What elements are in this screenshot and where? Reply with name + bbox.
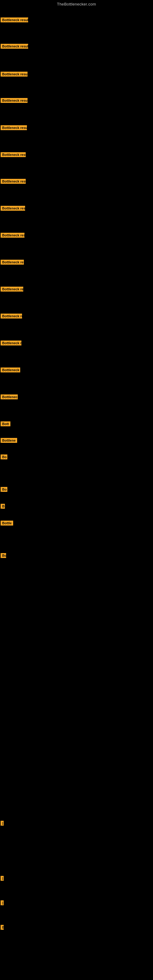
bottleneck-badge-16: Bottlene — [1, 438, 17, 443]
bottleneck-badge-14: Bottlenec — [1, 395, 18, 399]
bottleneck-badge-7: Bottleneck result — [1, 206, 25, 211]
bottleneck-badge-21: Bo — [1, 553, 6, 558]
bottleneck-badge-4: Bottleneck result — [1, 125, 27, 130]
bottleneck-badge-3: Bottleneck result — [1, 98, 27, 103]
bottleneck-badge-17: Bo — [1, 455, 7, 460]
bottleneck-badge-8: Bottleneck resu — [1, 233, 24, 238]
bottleneck-badge-22: | — [1, 821, 4, 826]
bottleneck-badge-6: Bottleneck result — [1, 179, 26, 184]
bottleneck-badge-19: B — [1, 504, 5, 509]
bottleneck-badge-20: Bottle — [1, 520, 13, 525]
bottleneck-badge-11: Bottleneck res — [1, 313, 22, 318]
bottleneck-badge-5: Bottleneck resul — [1, 152, 26, 157]
site-title: TheBottlenecker.com — [0, 0, 153, 8]
bottleneck-badge-12: Bottleneck res — [1, 340, 21, 345]
bottleneck-badge-25: B — [1, 925, 4, 930]
bottleneck-badge-10: Bottleneck res — [1, 286, 23, 291]
bottleneck-badge-24: | — [1, 900, 4, 905]
bottleneck-badge-13: Bottleneck re — [1, 368, 20, 372]
bottleneck-badge-0: Bottleneck result — [1, 18, 28, 22]
bottleneck-badge-23: | — [1, 876, 4, 881]
bottleneck-badge-2: Bottleneck result — [1, 72, 27, 76]
bottleneck-badge-9: Bottleneck resu — [1, 260, 24, 265]
bottleneck-badge-18: Bo — [1, 487, 7, 492]
bottleneck-badge-1: Bottleneck result — [1, 44, 28, 49]
bottleneck-badge-15: Bott — [1, 422, 10, 426]
